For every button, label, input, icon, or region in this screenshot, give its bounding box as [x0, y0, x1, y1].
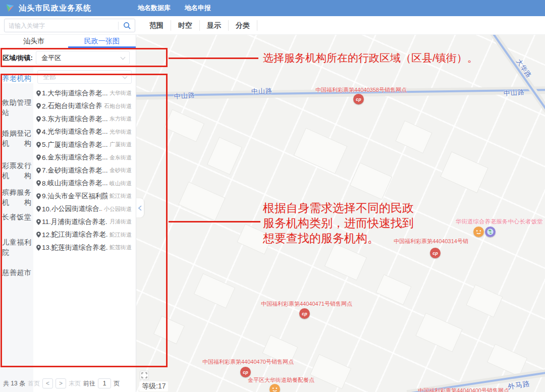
lottery-marker-icon[interactable]: cp: [353, 94, 364, 104]
map-building: [310, 354, 351, 389]
search-icon: [123, 22, 131, 29]
tool-spacetime-button[interactable]: 时空: [171, 20, 200, 31]
pagination-total: 共 13 条: [3, 379, 25, 388]
panel-tabs: 汕头市 民政一张图: [0, 35, 136, 48]
road-label-zhongshan: 中山路: [251, 86, 273, 96]
app-logo-icon: [5, 3, 15, 13]
lottery-logo: cp: [243, 370, 248, 375]
poi-label-lottery-44040470: 中国福利彩票第44040470号销售网点: [202, 358, 294, 366]
annotation-leader-line: [169, 58, 258, 59]
pagination: 共 13 条 首页 < > 末页 前往 页: [3, 378, 120, 388]
poi-label-elder-canteen: 华街道综合养老服务中心长者饭堂: [456, 218, 543, 226]
fullscreen-button[interactable]: [140, 371, 149, 380]
tool-classify-button[interactable]: 分类: [229, 20, 257, 31]
poi-label-meal-aid-point: 金平区大华街道助餐配餐点: [248, 376, 314, 384]
annotation-box-region: [1, 48, 168, 67]
menu-item-place-name-database[interactable]: 地名数据库: [138, 4, 171, 13]
lottery-marker-icon[interactable]: cp: [299, 308, 310, 319]
lottery-logo: cp: [432, 251, 438, 256]
map-building: [487, 344, 527, 376]
road-label-zhongshan: 中山路: [174, 91, 195, 101]
map-building: [178, 182, 225, 221]
map-building: [324, 243, 367, 281]
map-tools: 范围 时空 显示 分类: [142, 20, 257, 31]
meal-point-marker-icon[interactable]: [269, 384, 280, 392]
tab-civil-affairs-map[interactable]: 民政一张图: [68, 35, 136, 48]
lottery-logo: cp: [356, 97, 361, 102]
lottery-marker-icon[interactable]: cp: [240, 367, 251, 377]
canteen-face-marker-icon[interactable]: [473, 227, 484, 237]
pagination-prev-button[interactable]: <: [42, 378, 53, 388]
tab-shantou-city[interactable]: 汕头市: [0, 35, 68, 48]
tool-display-button[interactable]: 显示: [200, 20, 229, 31]
pagination-page-input[interactable]: [98, 378, 111, 388]
lottery-logo: cp: [302, 311, 307, 316]
pagination-next-button[interactable]: >: [56, 378, 66, 388]
poi-label-lottery-clipped: 中国福利彩票第44040400号销售网点: [418, 387, 509, 392]
header-menu: 地名数据库 地名申报: [138, 4, 211, 13]
globe-marker-icon[interactable]: [485, 227, 496, 237]
road-label-zhongshan: 中山路: [503, 88, 525, 98]
map-building: [164, 109, 204, 142]
map-building: [415, 313, 462, 352]
search-box: [4, 19, 135, 32]
app-header: 汕头市民政业务系统 地名数据库 地名申报: [0, 0, 545, 16]
annotation-line: 根据自身需求选择不同的民政: [263, 201, 414, 214]
lottery-marker-icon[interactable]: cp: [430, 248, 441, 258]
tool-range-button[interactable]: 范围: [142, 20, 171, 31]
menu-item-place-name-declare[interactable]: 地名申报: [185, 4, 211, 13]
map-building: [466, 285, 503, 318]
annotation-note-category: 根据自身需求选择不同的民政服务机构类别，进而快速找到想要查找的服务机构。: [263, 200, 414, 246]
map-building: [350, 162, 392, 200]
map-building: [440, 151, 488, 193]
poi-label-lottery-44040358: 中国福利彩票第44040358号销售网点: [315, 86, 407, 94]
map-building: [194, 273, 235, 309]
map-building: [375, 274, 411, 305]
fullscreen-icon: [141, 372, 147, 378]
pagination-first-button[interactable]: 首页: [28, 379, 40, 388]
search-button[interactable]: [119, 19, 135, 32]
map-building: [294, 128, 348, 174]
annotation-line: 服务机构类别，进而快速找到: [263, 216, 414, 230]
road-dahua: [487, 35, 545, 133]
search-input[interactable]: [5, 22, 118, 29]
pagination-page-unit: 页: [114, 379, 120, 388]
app-title: 汕头市民政业务系统: [19, 4, 91, 13]
annotation-line: 想要查找的服务机构。: [263, 232, 379, 245]
annotation-note-region: 选择服务机构所在的行政区域（区县/镇街）。: [263, 51, 478, 65]
poi-label-lottery-44040471: 中国福利彩票第44040471号销售网点: [261, 300, 352, 308]
map-zoom-level-label: 等级:17: [139, 381, 168, 391]
map-building: [395, 121, 432, 154]
pagination-goto-label: 前往: [83, 379, 95, 388]
annotation-box-category: [1, 74, 168, 367]
annotation-leader-line: [169, 221, 260, 222]
sub-toolbar: 范围 时空 显示 分类: [0, 16, 545, 35]
pagination-last-button[interactable]: 末页: [69, 379, 81, 388]
map-building: [207, 137, 242, 175]
